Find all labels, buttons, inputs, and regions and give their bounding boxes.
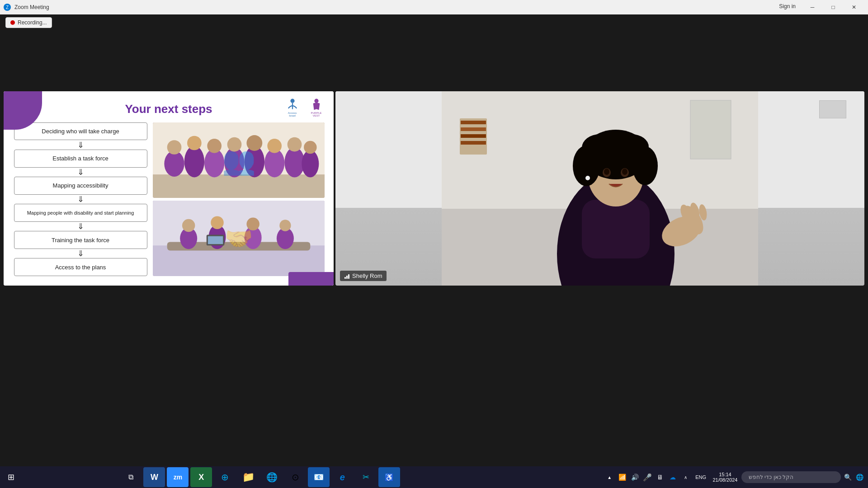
accessibility-app[interactable]: ♿ (378, 467, 400, 487)
step-1-label: Deciding who will take charge (42, 128, 119, 135)
excel-app[interactable]: X (190, 467, 212, 487)
svg-point-14 (245, 146, 264, 178)
step-1-box: Deciding who will take charge (14, 122, 147, 140)
svg-point-17 (267, 139, 282, 153)
bar-3 (348, 274, 349, 279)
person-svg (335, 91, 864, 286)
arrow-1: ⇓ (74, 140, 87, 150)
chevron-icon[interactable]: ∧ (681, 473, 690, 482)
arrow-2: ⇓ (74, 168, 87, 177)
svg-point-2 (314, 99, 318, 103)
sign-in-link[interactable]: Sign in (779, 3, 796, 9)
svg-point-33 (279, 220, 291, 231)
search-icon[interactable]: 🔍 (844, 473, 853, 482)
svg-rect-35 (208, 236, 223, 244)
tray-expand-icon[interactable]: ▲ (605, 473, 614, 482)
speaker-badge: Shelly Rom (340, 271, 387, 281)
network-icon[interactable]: 🖥 (656, 473, 665, 482)
arrow-3: ⇓ (74, 195, 87, 204)
taskbar-search-input[interactable] (741, 471, 841, 483)
wifi-icon[interactable]: 📶 (618, 473, 627, 482)
step-3-box: Mapping accessibility (14, 177, 147, 194)
webcam-panel: Shelly Rom (335, 91, 864, 286)
snipping-app[interactable]: ✂ (355, 467, 377, 487)
start-button[interactable]: ⊞ (4, 470, 18, 484)
step-3-label: Mapping accessibility (53, 182, 108, 189)
svg-rect-40 (461, 121, 486, 124)
photos-column (153, 122, 325, 276)
step-2-label: Establish a task force (52, 155, 108, 162)
purple-vest-logo: PURPLEVEST (306, 97, 326, 117)
svg-point-21 (304, 141, 317, 154)
chrome-app[interactable]: ⊙ (284, 467, 306, 487)
svg-point-59 (585, 176, 590, 180)
maximize-button[interactable]: □ (823, 0, 844, 14)
svg-point-31 (246, 218, 259, 231)
taskbar-right: ▲ 📶 🔊 🎤 🖥 ☁ ∧ ENG 15:14 21/08/2024 🔍 🌐 (603, 471, 864, 483)
zoom-app[interactable]: zm (167, 467, 189, 487)
svg-point-57 (604, 169, 609, 175)
step-5-box: Training the task force (14, 231, 147, 249)
webcam-background: Shelly Rom (335, 91, 864, 286)
recording-badge: Recording... (5, 17, 52, 28)
system-tray: ▲ 📶 🔊 🎤 🖥 ☁ ∧ (605, 473, 690, 482)
svg-point-18 (284, 147, 304, 178)
meeting-photo-image (153, 201, 325, 276)
title-bar: Z Zoom Meeting Sign in ─ □ ✕ (0, 0, 868, 14)
svg-rect-5 (153, 174, 325, 198)
svg-rect-42 (461, 134, 486, 138)
onedrive-icon[interactable]: ☁ (668, 473, 677, 482)
svg-point-0 (290, 99, 294, 103)
svg-point-58 (622, 169, 627, 175)
svg-rect-46 (582, 200, 650, 258)
svg-point-7 (167, 140, 182, 155)
arrow-5: ⇓ (74, 249, 87, 258)
group-photo (153, 122, 325, 198)
svg-rect-23 (153, 201, 325, 245)
svg-point-13 (227, 137, 242, 152)
step-6-label: Access to the plans (55, 264, 106, 271)
browser-app[interactable]: 🌐 (261, 467, 283, 487)
step-5-label: Training the task force (52, 237, 109, 244)
video-panels: AccessIsrael PURPLEVEST Your next steps (4, 91, 864, 286)
taskview-button[interactable]: ⧉ (120, 467, 142, 487)
slide-content: AccessIsrael PURPLEVEST Your next steps (4, 91, 334, 286)
taskbar-clock[interactable]: 15:14 21/08/2024 (712, 472, 739, 483)
step-4-box: Mapping people with disability and start… (14, 204, 147, 221)
bing-app[interactable]: ⊕ (214, 467, 236, 487)
taskbar: ⊞ ⧉ W zm X ⊕ 📁 🌐 ⊙ 📧 e ✂ ♿ ▲ 📶 🔊 🎤 🖥 ☁ ∧… (0, 466, 868, 488)
time-display: 15:14 (719, 472, 731, 477)
window-title: Zoom Meeting (14, 4, 49, 10)
volume-icon[interactable]: 🔊 (630, 473, 639, 482)
mic-icon[interactable]: 🎤 (643, 473, 652, 482)
svg-point-19 (288, 137, 302, 152)
svg-rect-43 (461, 141, 486, 145)
outlook-app[interactable]: 📧 (308, 467, 330, 487)
main-content: AccessIsrael PURPLEVEST Your next steps (0, 14, 868, 488)
explorer-app[interactable]: 📁 (237, 467, 259, 487)
zoom-app-icon: Z (4, 4, 11, 11)
word-app[interactable]: W (143, 467, 165, 487)
access-israel-logo: AccessIsrael (282, 97, 302, 117)
meeting-photo (153, 201, 325, 276)
minimize-button[interactable]: ─ (802, 0, 823, 14)
taskbar-apps: ⧉ W zm X ⊕ 📁 🌐 ⊙ 📧 e ✂ ♿ (120, 467, 400, 487)
svg-point-12 (224, 147, 244, 178)
edge-app[interactable]: e (331, 467, 353, 487)
svg-rect-41 (461, 127, 486, 131)
recording-dot-icon (10, 20, 15, 25)
step-6-box: Access to the plans (14, 258, 147, 276)
slide-bottom-decoration (288, 272, 334, 286)
window-controls: ─ □ ✕ (802, 0, 864, 14)
svg-point-8 (184, 146, 204, 178)
globe-icon[interactable]: 🌐 (855, 473, 864, 482)
slide-logos: AccessIsrael PURPLEVEST (282, 97, 326, 117)
svg-point-54 (593, 132, 638, 155)
close-button[interactable]: ✕ (844, 0, 864, 14)
svg-point-6 (164, 151, 184, 177)
signal-bars-icon (344, 273, 349, 279)
svg-point-11 (207, 139, 222, 153)
speaker-name: Shelly Rom (352, 272, 382, 279)
svg-point-9 (187, 136, 202, 150)
language-indicator[interactable]: ENG (693, 474, 709, 480)
